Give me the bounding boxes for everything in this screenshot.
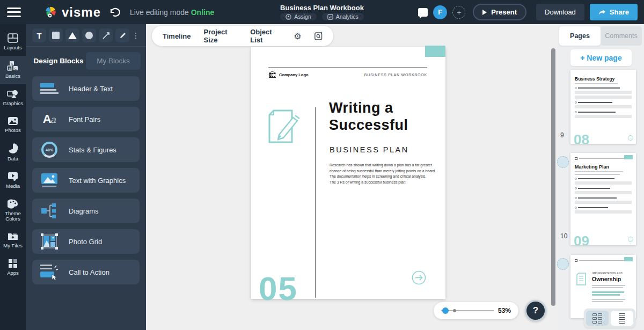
page-body-text[interactable]: Research has shown that writing down a p… xyxy=(330,163,440,186)
sidebar-item-photos[interactable]: Photos xyxy=(0,112,26,138)
page-index-10: 10 xyxy=(560,232,567,240)
thumbnail-view-toggle xyxy=(584,309,635,328)
canvas-area[interactable]: Timeline Project Size Object List ⚙ Comp… xyxy=(146,24,558,330)
triangle-tool-button[interactable] xyxy=(65,28,79,42)
tab-my-blocks[interactable]: My Blocks xyxy=(86,52,141,70)
present-button[interactable]: Present xyxy=(473,4,526,20)
document-title[interactable]: Business Plan Workbook xyxy=(280,4,364,12)
svg-text:A: A xyxy=(11,62,13,65)
more-tools-button[interactable]: ⋮ xyxy=(132,31,140,40)
square-tool-button[interactable] xyxy=(49,28,63,42)
live-editing-label: Live editing mode Online xyxy=(130,8,214,17)
share-button[interactable]: Share xyxy=(590,4,638,20)
undo-icon[interactable] xyxy=(108,7,120,18)
media-icon xyxy=(8,172,18,181)
circle-tool-button[interactable] xyxy=(82,28,96,42)
basics-icon: ABC xyxy=(7,61,19,71)
sidebar-item-media[interactable]: Media xyxy=(0,167,26,194)
grid-view-button[interactable] xyxy=(586,311,609,326)
zoom-slider-knob[interactable] xyxy=(442,307,449,314)
pages-panel: Pages Comments + New page Business Strat… xyxy=(558,24,644,330)
sidebar-item-layouts[interactable]: Layouts xyxy=(0,28,26,56)
shape-tool-row: T ⋮ xyxy=(26,24,146,47)
layouts-icon xyxy=(8,33,18,43)
settings-gear-icon[interactable]: ⚙ xyxy=(294,31,301,41)
download-button[interactable]: Download xyxy=(536,4,584,20)
block-item-stats-figures[interactable]: 40% Stats & Figures xyxy=(32,137,140,162)
block-item-header-text[interactable]: Header & Text xyxy=(32,76,140,101)
text-tool-button[interactable]: T xyxy=(32,28,46,42)
analytics-button[interactable]: Analytics xyxy=(322,13,364,20)
page-title[interactable]: Writing a Successful xyxy=(329,99,442,134)
arrow-line-icon xyxy=(102,32,110,40)
visme-logo[interactable]: visme xyxy=(43,5,101,20)
sidebar-item-my-files[interactable]: My Files xyxy=(0,227,26,254)
left-nav-rail: Layouts ABC Basics Graphics Photos Data … xyxy=(0,24,26,330)
page-thumbnail-business-strategy[interactable]: Business Strategy 08 → xyxy=(570,70,636,144)
header-text-icon xyxy=(39,83,60,94)
assign-button[interactable]: Assign xyxy=(280,13,317,20)
sidebar-item-graphics[interactable]: Graphics xyxy=(0,84,26,112)
help-button[interactable]: ? xyxy=(525,300,546,321)
call-to-action-icon xyxy=(39,263,60,281)
tab-pages[interactable]: Pages xyxy=(559,26,601,46)
project-size-button[interactable]: Project Size xyxy=(204,28,238,44)
my-files-icon xyxy=(8,232,18,241)
next-page-arrow-icon[interactable] xyxy=(412,270,426,285)
thumb-corner-accent xyxy=(624,155,633,159)
sidebar-item-apps[interactable]: Apps xyxy=(0,254,26,281)
add-collaborator-button[interactable]: + xyxy=(452,6,465,19)
block-item-photo-grid[interactable]: Photo Grid xyxy=(32,229,140,254)
hamburger-menu-icon[interactable] xyxy=(7,8,21,17)
font-pairs-icon: Aa xyxy=(39,112,60,126)
tab-design-blocks[interactable]: Design Blocks xyxy=(31,52,86,70)
page-transition-badge[interactable] xyxy=(557,156,569,168)
page-corner-accent xyxy=(425,46,445,57)
writing-document-icon[interactable] xyxy=(267,109,303,146)
page-subtitle[interactable]: BUSINESS PLAN xyxy=(330,145,409,154)
square-icon xyxy=(52,32,60,39)
svg-text:C: C xyxy=(14,67,17,70)
circle-icon xyxy=(85,32,93,39)
page-header-text[interactable]: BUSINESS PLAN WORKBOOK xyxy=(364,73,427,77)
new-page-button[interactable]: + New page xyxy=(570,49,632,66)
sidebar-item-basics[interactable]: ABC Basics xyxy=(0,56,26,84)
apps-icon xyxy=(8,259,18,268)
page-thumbnail-marketing-plan[interactable]: Marketing Plan 09 → xyxy=(570,153,636,245)
pen-icon xyxy=(119,32,127,40)
blocks-panel-tabs: Design Blocks My Blocks xyxy=(31,52,141,70)
object-list-button[interactable]: Object List xyxy=(250,28,281,44)
zoom-slider-marker xyxy=(453,309,456,312)
block-item-diagrams[interactable]: Diagrams xyxy=(32,199,140,223)
zoom-slider[interactable] xyxy=(441,310,494,311)
block-item-call-to-action[interactable]: Call to Action xyxy=(32,260,140,284)
block-item-font-pairs[interactable]: Aa Font Pairs xyxy=(32,107,140,131)
page-transition-badge[interactable] xyxy=(557,258,569,270)
visme-pinwheel-icon xyxy=(43,5,57,19)
graphics-icon xyxy=(7,89,19,99)
timeline-button[interactable]: Timeline xyxy=(163,32,191,40)
company-logo-label[interactable]: Company Logo xyxy=(279,72,309,77)
company-logo-icon xyxy=(268,71,276,78)
text-graphics-icon xyxy=(39,172,60,188)
page-number-large[interactable]: 05 xyxy=(259,269,298,307)
canvas-vertical-scrollbar[interactable] xyxy=(551,48,555,306)
block-item-text-with-graphics[interactable]: Text with Graphics xyxy=(32,168,140,193)
comments-icon[interactable] xyxy=(418,8,428,17)
thumbnail-page-number: 08 xyxy=(574,131,589,144)
user-avatar[interactable]: F xyxy=(433,5,447,19)
data-icon xyxy=(8,143,18,154)
thumb-corner-accent xyxy=(624,257,633,261)
preview-search-icon[interactable] xyxy=(314,31,323,41)
sidebar-item-theme-colors[interactable]: Theme Colors xyxy=(0,194,26,228)
pen-tool-button[interactable] xyxy=(115,28,129,42)
document-page[interactable]: Company Logo BUSINESS PLAN WORKBOOK Writ… xyxy=(251,47,445,299)
list-view-button[interactable] xyxy=(611,311,633,326)
page-vertical-divider xyxy=(315,107,316,298)
sidebar-item-data[interactable]: Data xyxy=(0,138,26,167)
line-tool-button[interactable] xyxy=(99,28,113,42)
tab-comments[interactable]: Comments xyxy=(601,26,642,46)
block-list: Header & Text Aa Font Pairs 40% Stats & … xyxy=(26,76,146,284)
thumbnail-page-number: 09 xyxy=(574,233,589,245)
diagrams-icon xyxy=(39,203,60,219)
